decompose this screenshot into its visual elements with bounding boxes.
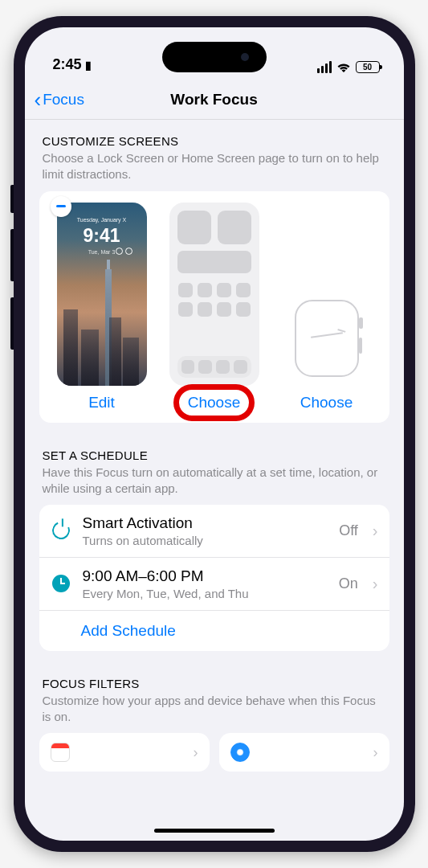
remove-lock-button[interactable] xyxy=(51,196,71,217)
filters-header: FOCUS FILTERS xyxy=(39,677,389,690)
wifi-icon xyxy=(336,62,351,73)
screen: 2:45 ▮ 50 ‹ Focus Work Focus CUSTOMIZE S… xyxy=(25,27,404,841)
customize-section: CUSTOMIZE SCREENS Choose a Lock Screen o… xyxy=(39,134,389,423)
chevron-right-icon: › xyxy=(373,575,378,593)
chevron-left-icon: ‹ xyxy=(35,89,42,110)
status-time: 2:45 xyxy=(53,56,82,73)
time-title: 9:00 AM–6:00 PM xyxy=(83,567,328,586)
safari-filter[interactable]: › xyxy=(219,733,389,772)
page-title: Work Focus xyxy=(170,91,257,108)
smart-title: Smart Activation xyxy=(83,514,328,533)
choose-watch-button[interactable]: Choose xyxy=(300,394,353,411)
filters-desc: Customize how your apps and device behav… xyxy=(39,693,389,726)
minus-icon xyxy=(56,205,66,207)
chevron-right-icon: › xyxy=(194,744,198,761)
watch-item[interactable]: Choose xyxy=(275,294,378,411)
chevron-right-icon: › xyxy=(373,744,378,761)
signal-icon xyxy=(317,61,332,73)
choose-home-button[interactable]: Choose xyxy=(188,394,241,411)
filters-section: FOCUS FILTERS Customize how your apps an… xyxy=(39,677,389,772)
smart-activation-row[interactable]: Smart Activation Turns on automatically … xyxy=(39,505,389,557)
clock-icon xyxy=(51,573,71,594)
schedule-list: Smart Activation Turns on automatically … xyxy=(39,505,389,651)
time-status: On xyxy=(339,575,358,592)
schedule-section: SET A SCHEDULE Have this Focus turn on a… xyxy=(39,448,389,651)
smart-status: Off xyxy=(339,522,358,539)
power-icon xyxy=(51,520,71,541)
time-sub: Every Mon, Tue, Wed, and Thu xyxy=(83,587,328,600)
add-schedule-button[interactable]: Add Schedule xyxy=(39,610,389,651)
chevron-right-icon: › xyxy=(373,522,378,540)
home-screen-item[interactable]: Choose xyxy=(163,203,266,411)
physical-buttons xyxy=(10,185,14,366)
smart-sub: Turns on automatically xyxy=(83,534,328,547)
nav-bar: ‹ Focus Work Focus xyxy=(25,80,404,120)
battery-icon: 50 xyxy=(356,61,380,73)
safari-icon xyxy=(230,743,250,762)
calendar-filter[interactable]: › xyxy=(39,733,210,772)
schedule-header: SET A SCHEDULE xyxy=(39,448,389,462)
schedule-desc: Have this Focus turn on automatically at… xyxy=(39,465,389,497)
dynamic-island xyxy=(162,42,267,72)
lock-screen-item[interactable]: Tuesday, January X 9:41 Tue, Mar 3 Edit xyxy=(51,203,153,411)
calendar-icon xyxy=(51,743,70,762)
customize-desc: Choose a Lock Screen or Home Screen page… xyxy=(39,150,389,183)
edit-lock-button[interactable]: Edit xyxy=(88,394,115,411)
back-label: Focus xyxy=(43,91,84,108)
phone-frame: 2:45 ▮ 50 ‹ Focus Work Focus CUSTOMIZE S… xyxy=(14,16,415,852)
back-button[interactable]: ‹ Focus xyxy=(35,89,84,110)
screens-card: Tuesday, January X 9:41 Tue, Mar 3 Edit xyxy=(39,191,389,423)
customize-header: CUSTOMIZE SCREENS xyxy=(39,134,389,148)
time-schedule-row[interactable]: 9:00 AM–6:00 PM Every Mon, Tue, Wed, and… xyxy=(39,557,389,610)
watch-preview xyxy=(287,294,367,383)
lock-screen-preview: Tuesday, January X 9:41 Tue, Mar 3 xyxy=(57,203,147,386)
home-screen-preview xyxy=(169,203,259,386)
home-indicator[interactable] xyxy=(154,829,275,833)
lock-rotation-icon: ▮ xyxy=(85,59,92,72)
